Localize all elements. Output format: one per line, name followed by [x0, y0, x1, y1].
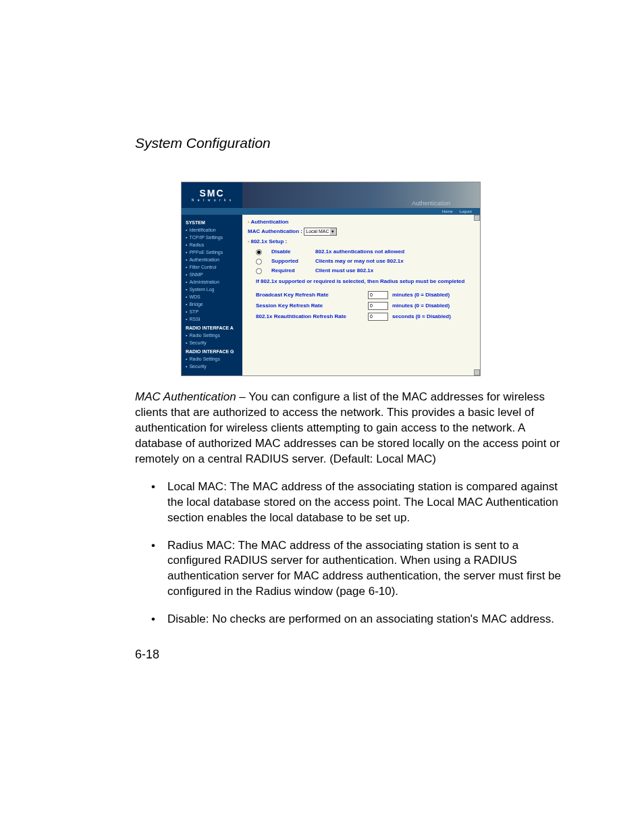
sidebar-item-system[interactable]: RSSI — [186, 315, 240, 323]
sidebar-item-system[interactable]: Administration — [186, 278, 240, 286]
brand-sub: N e t w o r k s — [192, 198, 233, 202]
logout-link[interactable]: Logout — [460, 209, 472, 213]
section-title-8021x: 802.1x Setup : — [248, 238, 475, 244]
page-title: System Configuration — [135, 135, 563, 151]
sidebar-item-system[interactable]: TCP/IP Settings — [186, 234, 240, 241]
mac-auth-label: MAC Authentication : — [248, 228, 302, 234]
8021x-option-row: SupportedClients may or may not use 802.… — [256, 257, 475, 266]
page-number: 6-18 — [135, 648, 563, 662]
option-desc: Client must use 802.1x — [315, 266, 373, 276]
radio-supported[interactable] — [256, 259, 262, 265]
sidebar-item-radio-g[interactable]: Radio Settings — [186, 355, 240, 363]
sidebar-item-radio-a[interactable]: Radio Settings — [186, 332, 240, 339]
option-desc: 802.1x authentications not allowed — [315, 247, 404, 257]
8021x-option-row: Disable802.1x authentications not allowe… — [256, 247, 475, 257]
brand-name: SMC — [199, 188, 224, 198]
section-title-auth: Authentication — [248, 219, 475, 225]
list-item: Radius MAC: The MAC address of the assoc… — [151, 538, 563, 600]
rate-unit: seconds (0 = Disabled) — [392, 311, 451, 322]
sidebar-item-system[interactable]: Identification — [186, 226, 240, 234]
sidebar-item-system[interactable]: Filter Control — [186, 263, 240, 271]
sidebar-item-system[interactable]: PPPoE Settings — [186, 249, 240, 256]
rate-label: Broadcast Key Refresh Rate — [256, 290, 364, 301]
rate-row: Session Key Refresh Rate0minutes (0 = Di… — [256, 301, 475, 311]
8021x-option-row: RequiredClient must use 802.1x — [256, 266, 475, 276]
rate-unit: minutes (0 = Disabled) — [392, 301, 450, 311]
sidebar-head-radio-g: RADIO INTERFACE G — [186, 349, 240, 354]
rate-label: 802.1x Reauthtication Refresh Rate — [256, 311, 364, 322]
screenshot-toolbar: Home Logout — [182, 208, 480, 215]
sidebar-item-system[interactable]: System Log — [186, 286, 240, 293]
rate-unit: minutes (0 = Disabled) — [392, 290, 450, 301]
sidebar-item-system[interactable]: Radius — [186, 241, 240, 249]
rate-input[interactable]: 0 — [368, 313, 388, 321]
banner-text: Authentication — [412, 200, 450, 207]
mac-auth-select[interactable]: Local MAC — [304, 228, 336, 236]
scroll-up-icon[interactable] — [474, 215, 480, 221]
rate-row: Broadcast Key Refresh Rate0minutes (0 = … — [256, 290, 475, 301]
brand-logo: SMC N e t w o r k s — [182, 182, 242, 208]
sidebar-head-radio-a: RADIO INTERFACE A — [186, 325, 240, 330]
option-label: Required — [271, 266, 308, 276]
lead-paragraph: MAC Authentication – You can configure a… — [135, 390, 563, 467]
sidebar-item-radio-a[interactable]: Security — [186, 339, 240, 346]
option-label: Disable — [271, 247, 308, 257]
radio-required[interactable] — [256, 268, 262, 274]
rate-input[interactable]: 0 — [368, 291, 388, 299]
scroll-down-icon[interactable] — [474, 369, 480, 375]
sidebar-head-system: SYSTEM — [186, 220, 240, 225]
list-item: Disable: No checks are performed on an a… — [151, 612, 563, 627]
sidebar-item-system[interactable]: STP — [186, 308, 240, 315]
option-desc: Clients may or may not use 802.1x — [315, 257, 404, 266]
lead-term: MAC Authentication — [135, 390, 236, 403]
list-item: Local MAC: The MAC address of the associ… — [151, 479, 563, 526]
sidebar-item-system[interactable]: Authentication — [186, 256, 240, 263]
radius-note: If 802.1x supported or required is selec… — [256, 278, 475, 284]
rate-input[interactable]: 0 — [368, 302, 388, 310]
option-label: Supported — [271, 257, 308, 266]
screenshot-header: SMC N e t w o r k s Authentication — [182, 182, 480, 208]
sidebar-item-system[interactable]: SNMP — [186, 271, 240, 278]
home-link[interactable]: Home — [442, 209, 453, 213]
sidebar-item-system[interactable]: WDS — [186, 293, 240, 301]
sidebar: SYSTEM IdentificationTCP/IP SettingsRadi… — [182, 215, 242, 375]
mac-auth-row: MAC Authentication : Local MAC — [248, 228, 475, 236]
sidebar-item-radio-g[interactable]: Security — [186, 363, 240, 370]
rate-row: 802.1x Reauthtication Refresh Rate0secon… — [256, 311, 475, 322]
header-banner: Authentication — [242, 182, 480, 208]
content-panel: Authentication MAC Authentication : Loca… — [242, 215, 480, 375]
body-text: MAC Authentication – You can configure a… — [135, 390, 563, 627]
settings-screenshot: SMC N e t w o r k s Authentication Home … — [181, 182, 481, 376]
sidebar-item-system[interactable]: Bridge — [186, 301, 240, 308]
radio-disable[interactable] — [256, 249, 262, 255]
rate-label: Session Key Refresh Rate — [256, 301, 364, 311]
